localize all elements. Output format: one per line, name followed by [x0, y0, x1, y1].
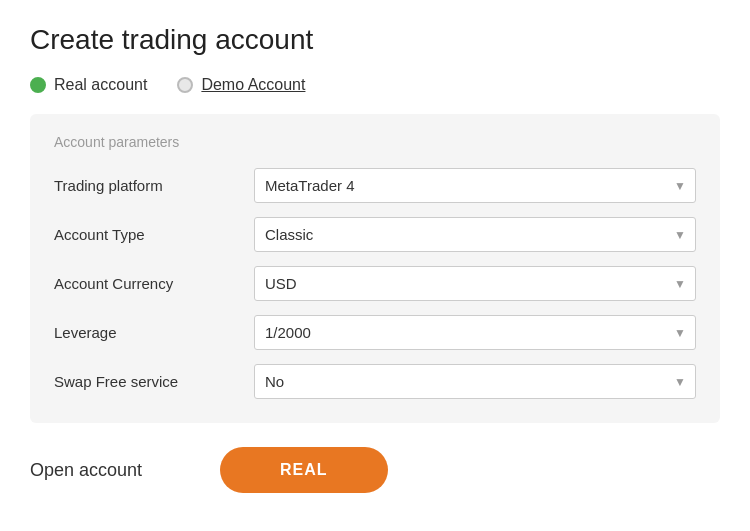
account-type-row-form: Account Type Classic ECN Pro ▼: [54, 217, 696, 252]
real-account-option[interactable]: Real account: [30, 76, 147, 94]
section-title: Account parameters: [54, 134, 696, 150]
demo-account-radio[interactable]: [177, 77, 193, 93]
swap-free-row: Swap Free service No Yes ▼: [54, 364, 696, 399]
account-type-select-wrapper: Classic ECN Pro ▼: [254, 217, 696, 252]
leverage-select[interactable]: 1/2000 1/1000 1/500 1/200 1/100: [254, 315, 696, 350]
open-account-label: Open account: [30, 460, 190, 481]
real-account-radio[interactable]: [30, 77, 46, 93]
swap-free-select-wrapper: No Yes ▼: [254, 364, 696, 399]
account-type-select[interactable]: Classic ECN Pro: [254, 217, 696, 252]
account-currency-row: Account Currency USD EUR GBP ▼: [54, 266, 696, 301]
account-currency-label: Account Currency: [54, 275, 254, 292]
account-type-row: Real account Demo Account: [30, 76, 720, 94]
leverage-select-wrapper: 1/2000 1/1000 1/500 1/200 1/100 ▼: [254, 315, 696, 350]
page-title: Create trading account: [30, 24, 720, 56]
swap-free-select[interactable]: No Yes: [254, 364, 696, 399]
trading-platform-label: Trading platform: [54, 177, 254, 194]
trading-platform-select-wrapper: MetaTrader 4 MetaTrader 5 ▼: [254, 168, 696, 203]
account-currency-select-wrapper: USD EUR GBP ▼: [254, 266, 696, 301]
account-currency-select[interactable]: USD EUR GBP: [254, 266, 696, 301]
demo-account-label: Demo Account: [201, 76, 305, 94]
demo-account-option[interactable]: Demo Account: [177, 76, 305, 94]
leverage-label: Leverage: [54, 324, 254, 341]
trading-platform-row: Trading platform MetaTrader 4 MetaTrader…: [54, 168, 696, 203]
account-type-label: Account Type: [54, 226, 254, 243]
parameters-section: Account parameters Trading platform Meta…: [30, 114, 720, 423]
page-container: Create trading account Real account Demo…: [0, 0, 750, 523]
leverage-row: Leverage 1/2000 1/1000 1/500 1/200 1/100…: [54, 315, 696, 350]
trading-platform-select[interactable]: MetaTrader 4 MetaTrader 5: [254, 168, 696, 203]
open-account-row: Open account REAL: [30, 447, 720, 493]
real-account-label: Real account: [54, 76, 147, 94]
swap-free-label: Swap Free service: [54, 373, 254, 390]
open-real-account-button[interactable]: REAL: [220, 447, 388, 493]
